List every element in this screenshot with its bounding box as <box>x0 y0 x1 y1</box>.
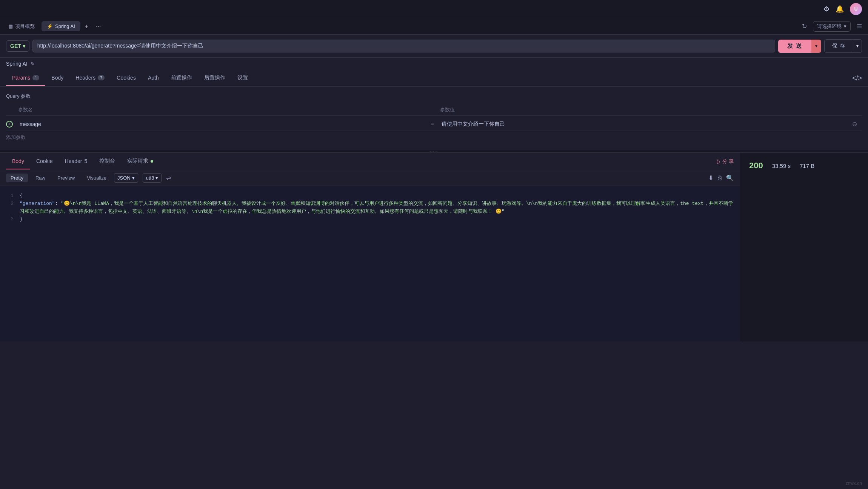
format-type-dropdown-icon: ▾ <box>132 175 135 181</box>
save-dropdown-icon: ▾ <box>856 43 859 49</box>
encoding-selector[interactable]: utf8 ▾ <box>143 173 162 183</box>
settings-tab-label: 设置 <box>237 74 248 81</box>
param-delete-button[interactable]: ⊖ <box>847 120 862 128</box>
res-header-count: 5 <box>84 158 87 164</box>
pre-script-tab-label: 前置操作 <box>171 74 192 81</box>
method-label: GET <box>10 43 21 49</box>
env-selector[interactable]: 请选择环境 ▾ <box>813 21 851 32</box>
search-button[interactable]: 🔍 <box>726 174 734 181</box>
format-raw-button[interactable]: Raw <box>31 174 50 182</box>
tab-headers[interactable]: Headers 7 <box>69 70 111 86</box>
res-tab-body[interactable]: Body <box>6 154 30 169</box>
res-tab-cookie[interactable]: Cookie <box>30 154 59 169</box>
bell-icon-btn[interactable]: 🔔 <box>836 5 844 13</box>
add-param-button[interactable]: 添加参数 <box>6 131 862 144</box>
project-tab-label: 项目概览 <box>15 23 35 30</box>
params-section: Query 参数 参数名 参数值 ✓ message = 请使用中文介绍一下你自… <box>0 87 868 150</box>
response-main: Body Cookie Header 5 控制台 实际请求 ⟨⟩ 分 享 <box>0 153 740 341</box>
status-row: 200 33.59 s 717 B <box>749 161 859 171</box>
params-badge: 1 <box>32 75 39 80</box>
format-pretty-button[interactable]: Pretty <box>6 174 28 182</box>
share-label: 分 享 <box>722 158 734 165</box>
query-params-label: Query 参数 <box>6 93 862 100</box>
settings-icon-btn[interactable]: ⚙ <box>823 5 830 13</box>
res-header-tab-label: Header <box>65 158 82 164</box>
top-bar-right: ⚙ 🔔 U <box>823 3 862 15</box>
format-preview-button[interactable]: Preview <box>53 174 79 182</box>
wrap-icon: ⇌ <box>166 175 171 181</box>
edit-request-name-icon[interactable]: ✎ <box>31 61 35 67</box>
tab-pre-script[interactable]: 前置操作 <box>165 70 198 86</box>
send-button-group: 发 送 ▾ <box>778 40 821 53</box>
col-name-header: 参数名 <box>18 106 425 113</box>
copy-button[interactable]: ⎘ <box>718 174 722 181</box>
res-tab-right: ⟨⟩ 分 享 <box>716 158 734 165</box>
format-visualize-button[interactable]: Visualize <box>82 174 111 182</box>
code-format-bar: Pretty Raw Preview Visualize JSON ▾ utf8… <box>0 170 740 186</box>
tab-auth[interactable]: Auth <box>142 70 165 86</box>
param-name: message <box>18 121 425 127</box>
tab-params[interactable]: Params 1 <box>6 70 45 86</box>
res-tab-actual-request[interactable]: 实际请求 <box>121 153 159 170</box>
res-actual-req-label: 实际请求 <box>127 158 148 165</box>
wrap-icon-button[interactable]: ⇌ <box>166 174 171 181</box>
headers-tab-label: Headers <box>75 75 95 81</box>
sidebar-menu-button[interactable]: ☰ <box>854 21 865 31</box>
project-tab[interactable]: ▦ 项目概览 <box>3 21 40 32</box>
bell-icon: 🔔 <box>836 5 844 13</box>
format-type-selector[interactable]: JSON ▾ <box>114 173 138 183</box>
code-icon[interactable]: </> <box>852 74 862 82</box>
avatar[interactable]: U <box>850 3 862 15</box>
format-type-label: JSON <box>117 175 131 181</box>
spring-ai-tab-label: Spring AI <box>55 23 75 29</box>
tab-cookies[interactable]: Cookies <box>111 70 142 86</box>
res-tab-header[interactable]: Header 5 <box>59 154 94 169</box>
download-button[interactable]: ⬇ <box>708 174 713 181</box>
more-tabs-icon: ··· <box>96 23 101 30</box>
param-enabled-toggle[interactable]: ✓ <box>6 121 13 128</box>
url-input[interactable] <box>32 40 775 52</box>
divider-handle[interactable]: ··· <box>0 150 868 153</box>
send-dropdown-button[interactable]: ▾ <box>811 40 821 53</box>
save-button[interactable]: 保 存 <box>824 39 853 53</box>
code-line-1: 1 { <box>6 192 734 200</box>
cookies-tab-label: Cookies <box>117 75 136 81</box>
tab-body[interactable]: Body <box>45 70 69 86</box>
request-tabs: Params 1 Body Headers 7 Cookies Auth 前置操… <box>0 70 868 87</box>
save-dropdown-button[interactable]: ▾ <box>853 39 862 53</box>
code-snippet-icon: </> <box>852 74 862 82</box>
encoding-dropdown-icon: ▾ <box>155 175 158 181</box>
code-area[interactable]: 1 { 2 "generation": "😊\n\n我是 LLaMA，我是一个基… <box>0 186 740 341</box>
add-tab-icon: + <box>85 23 88 30</box>
format-preview-label: Preview <box>57 175 75 181</box>
send-label: 发 送 <box>787 43 802 49</box>
add-tab-button[interactable]: + <box>82 22 91 31</box>
share-button[interactable]: ⟨⟩ 分 享 <box>716 158 734 165</box>
params-table-header: 参数名 参数值 <box>6 104 862 116</box>
status-time: 33.59 s <box>772 163 791 169</box>
request-name-bar: Spring AI ✎ <box>0 58 868 70</box>
more-tabs-button[interactable]: ··· <box>93 22 104 31</box>
tab-bar: ▦ 项目概览 ⚡ Spring AI + ··· ↻ 请选择环境 ▾ ☰ <box>0 18 868 35</box>
status-code: 200 <box>749 161 763 171</box>
download-icon: ⬇ <box>708 175 713 181</box>
send-button[interactable]: 发 送 <box>778 40 811 53</box>
brand-label: znwx.cn <box>846 481 862 486</box>
spring-ai-tab-icon: ⚡ <box>47 23 53 29</box>
menu-icon: ☰ <box>857 23 862 30</box>
tab-post-script[interactable]: 后置操作 <box>198 70 231 86</box>
format-raw-label: Raw <box>35 175 45 181</box>
table-row: ✓ message = 请使用中文介绍一下你自己 ⊖ <box>6 117 862 131</box>
res-tab-console[interactable]: 控制台 <box>93 153 121 170</box>
search-icon: 🔍 <box>726 175 734 181</box>
spring-ai-tab[interactable]: ⚡ Spring AI <box>42 21 80 31</box>
refresh-icon: ↻ <box>802 23 807 30</box>
tab-settings[interactable]: 设置 <box>231 70 254 86</box>
method-selector[interactable]: GET ▾ <box>6 40 29 52</box>
send-dropdown-icon: ▾ <box>815 43 817 49</box>
save-button-group: 保 存 ▾ <box>824 39 862 53</box>
top-bar: ⚙ 🔔 U <box>0 0 868 18</box>
encoding-label: utf8 <box>146 175 154 181</box>
auth-tab-label: Auth <box>148 75 159 81</box>
refresh-button[interactable]: ↻ <box>799 21 810 31</box>
